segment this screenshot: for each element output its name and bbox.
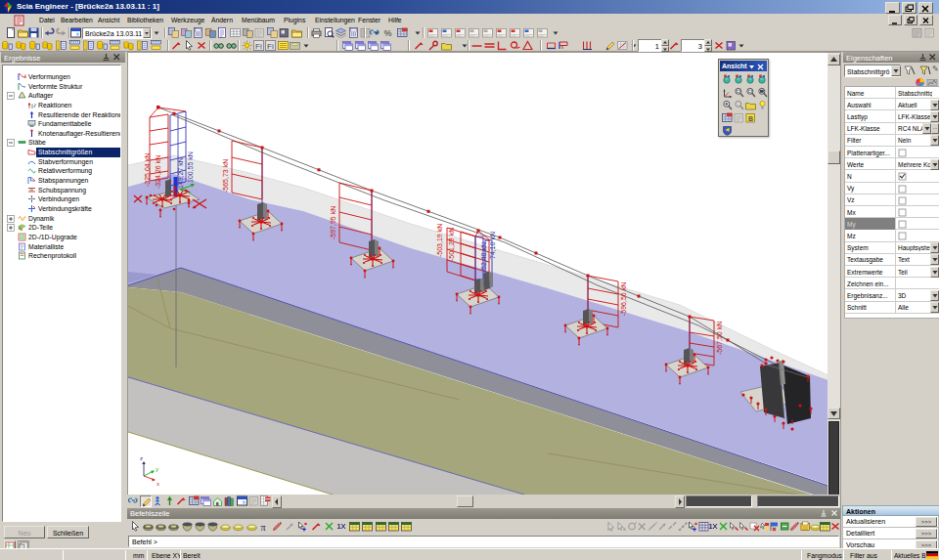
svg-text:x: x <box>156 481 159 487</box>
svg-text:-324,26 kN: -324,26 kN <box>155 155 161 189</box>
svg-text:-567,50 kN: -567,50 kN <box>716 322 723 355</box>
svg-text:-565,73 kN: -565,73 kN <box>222 159 229 193</box>
svg-text:y: y <box>156 466 158 472</box>
svg-text:1: 1 <box>337 523 341 530</box>
svg-text:74,10 kN: 74,10 kN <box>489 232 496 259</box>
svg-text:52,40 kN: 52,40 kN <box>480 242 487 270</box>
svg-text:%: % <box>384 28 392 38</box>
svg-text:-503,19 kN: -503,19 kN <box>436 224 443 257</box>
svg-text:-501,29 kN: -501,29 kN <box>448 228 455 261</box>
svg-text:-597,95 kN: -597,95 kN <box>330 206 336 239</box>
svg-text:Fi: Fi <box>255 41 262 50</box>
svg-text:z: z <box>140 455 143 461</box>
svg-text:149,27 kN: 149,27 kN <box>177 157 184 189</box>
svg-text:π: π <box>260 522 265 533</box>
svg-text:B: B <box>748 115 753 122</box>
svg-text:-596,56 kN: -596,56 kN <box>620 282 627 316</box>
svg-text:100,55 kN: 100,55 kN <box>187 151 194 183</box>
svg-text:-325,04 kN: -325,04 kN <box>144 153 151 187</box>
svg-text:Fi: Fi <box>267 41 274 50</box>
svg-text:1: 1 <box>709 523 713 530</box>
